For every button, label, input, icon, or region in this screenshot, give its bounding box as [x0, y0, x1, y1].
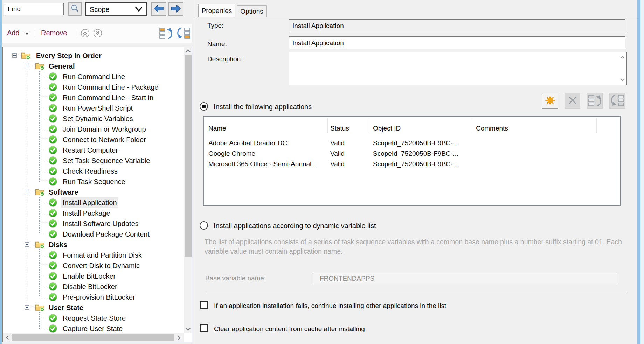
tree-item[interactable]: Install Package [3, 208, 183, 218]
table-row[interactable]: Microsoft 365 Office - Semi-Annual...Val… [204, 159, 620, 169]
move-application-up-button[interactable] [587, 93, 603, 109]
scroll-right-arrow[interactable] [175, 334, 183, 342]
scroll-left-arrow[interactable] [4, 334, 11, 342]
type-field [289, 19, 625, 32]
tree-item[interactable]: Run Task Sequence [3, 176, 183, 187]
tree-item[interactable]: General [3, 61, 183, 71]
tab-options[interactable]: Options [237, 5, 267, 17]
column-header[interactable]: Object ID [373, 125, 401, 132]
description-field[interactable] [289, 52, 627, 85]
column-header[interactable]: Name [208, 125, 226, 132]
folder-check-icon [21, 51, 30, 61]
column-header[interactable]: Status [330, 125, 349, 132]
tree-connector-stub [39, 297, 48, 298]
step-success-icon [48, 146, 57, 156]
scroll-up-arrow[interactable] [620, 54, 625, 61]
add-dropdown-caret-icon[interactable] [25, 33, 29, 35]
move-step-down-button[interactable] [176, 27, 191, 41]
column-header[interactable]: Comments [476, 125, 508, 132]
tree-vscroll-thumb[interactable] [185, 55, 192, 257]
tree-collapse-expander[interactable] [25, 64, 29, 68]
applications-table[interactable]: NameStatusObject IDCommentsAdobe Acrobat… [203, 116, 621, 206]
move-application-down-button[interactable] [609, 93, 625, 109]
tree-connector-stub [29, 192, 35, 193]
tree-item[interactable]: Join Domain or Workgroup [3, 124, 183, 134]
tree-item[interactable]: Connect to Network Folder [3, 134, 183, 145]
tree-connector-stub [39, 77, 48, 77]
base-variable-label: Base variable name: [205, 274, 266, 282]
expand-all-button[interactable] [93, 29, 102, 39]
tree-item[interactable]: Software [3, 187, 183, 197]
tree-item[interactable]: Format and Partition Disk [3, 250, 183, 260]
tree-item-label: Disks [47, 239, 69, 250]
tree-item[interactable]: Every Step In Order [3, 50, 183, 61]
column-separator[interactable] [369, 118, 369, 133]
tree-item-label: Run Command Line - Start in [61, 92, 155, 103]
tree-item-label: Run Command Line [61, 71, 126, 82]
tree-connector-stub [39, 150, 48, 151]
table-cell: Valid [330, 148, 371, 159]
tree-item[interactable]: User State [3, 302, 183, 313]
clear-cache-checkbox[interactable] [200, 324, 208, 332]
tree-item[interactable]: Install Software Updates [3, 218, 183, 229]
tree-collapse-expander[interactable] [25, 305, 29, 310]
continue-on-fail-checkbox[interactable] [200, 301, 208, 309]
radio-selected-dot [202, 105, 206, 108]
tree-item-label: Install Application [61, 197, 118, 208]
tree-connector-stub [39, 287, 48, 287]
tree-item[interactable]: Disable BitLocker [3, 281, 183, 292]
table-row[interactable]: Google ChromeValidScopeId_7520050B-F9BC-… [204, 148, 620, 159]
tree-item[interactable]: Capture User State [3, 323, 183, 334]
tree-collapse-expander[interactable] [12, 53, 17, 58]
table-row[interactable]: Adobe Acrobat Reader DCValidScopeId_7520… [204, 138, 620, 148]
tree-item[interactable]: Pre-provision BitLocker [3, 292, 183, 302]
tree-item[interactable]: Restart Computer [3, 145, 183, 155]
tree-item[interactable]: Run PowerShell Script [3, 103, 183, 113]
scope-dropdown[interactable]: Scope [85, 2, 147, 16]
collapse-all-button[interactable] [81, 29, 90, 39]
column-separator[interactable] [327, 118, 328, 133]
tree-hscroll-thumb[interactable] [12, 334, 174, 341]
remove-button[interactable]: Remove [41, 29, 67, 37]
search-button[interactable] [68, 2, 82, 16]
new-application-button[interactable] [542, 93, 558, 109]
tree-collapse-expander[interactable] [25, 242, 29, 247]
step-success-icon [48, 167, 57, 177]
tree-item[interactable]: Download Package Content [3, 229, 183, 239]
column-separator[interactable] [473, 118, 473, 133]
tree-item[interactable]: Set Task Sequence Variable [3, 155, 183, 166]
tree-item[interactable]: Request State Store [3, 313, 183, 323]
move-step-up-button[interactable] [158, 27, 174, 41]
name-field[interactable] [289, 36, 625, 49]
tree-item[interactable]: Run Command Line [3, 71, 183, 82]
scroll-down-arrow[interactable] [620, 77, 625, 83]
tree-item[interactable]: Check Readiness [3, 166, 183, 176]
panel-splitter[interactable] [195, 0, 195, 344]
tree-item[interactable]: Enable BitLocker [3, 271, 183, 281]
find-previous-button[interactable] [151, 2, 166, 16]
add-button[interactable]: Add [7, 29, 20, 37]
find-next-button[interactable] [168, 2, 183, 16]
tree-item[interactable]: Set Dynamic Variables [3, 113, 183, 124]
window-right-margin [640, 0, 644, 344]
find-input[interactable] [4, 3, 64, 15]
description-label: Description: [207, 55, 242, 63]
tree-item[interactable]: Disks [3, 239, 183, 250]
tree-connector-stub [39, 266, 48, 266]
tree-item[interactable]: Install Application [3, 197, 183, 208]
radio-install-following[interactable] [200, 102, 208, 111]
tree-item[interactable]: Run Command Line - Package [3, 82, 183, 92]
scroll-up-arrow[interactable] [184, 47, 192, 55]
delete-application-button[interactable] [565, 93, 580, 109]
tree-collapse-expander[interactable] [25, 190, 29, 194]
step-success-icon [48, 93, 57, 104]
scroll-down-arrow[interactable] [184, 325, 192, 333]
table-cell: Google Chrome [208, 148, 327, 159]
tree-connector-stub [17, 56, 21, 56]
tab-properties[interactable]: Properties [198, 4, 235, 17]
tree-item[interactable]: Convert Disk to Dynamic [3, 260, 183, 271]
tree-item-label: Run Task Sequence [61, 176, 127, 187]
column-separator[interactable] [596, 118, 597, 133]
radio-dynamic-list[interactable] [200, 221, 208, 230]
tree-item[interactable]: Run Command Line - Start in [3, 92, 183, 103]
